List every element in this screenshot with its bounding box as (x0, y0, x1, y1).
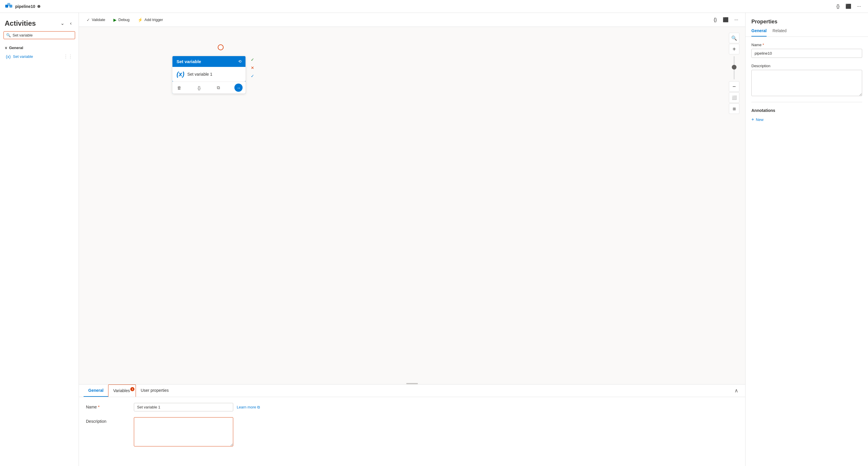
tab-variables[interactable]: Variables 1 (108, 384, 136, 397)
success-icon[interactable]: ✓ (249, 56, 256, 63)
sidebar-header: Activities ⌄ ‹ (0, 13, 79, 31)
properties-tabs: General Related (746, 25, 868, 37)
canvas-resize-handle[interactable] (406, 383, 418, 384)
props-tab-related[interactable]: Related (772, 28, 786, 36)
sidebar: Activities ⌄ ‹ 🔍 ∨ General (x) Set varia… (0, 13, 79, 466)
fit-canvas-btn[interactable]: ⬜ (729, 92, 739, 103)
chevron-down-icon: ∨ (5, 46, 7, 50)
code-view-btn[interactable]: {} (711, 15, 719, 24)
pipeline-name: pipeline10 (15, 4, 35, 9)
zoom-slider-thumb[interactable] (732, 65, 737, 69)
props-field-description: Description (751, 64, 862, 96)
tab-general[interactable]: General (84, 384, 108, 397)
sidebar-section-general: ∨ General (x) Set variable ⋮⋮ (0, 43, 79, 63)
main-layout: Activities ⌄ ‹ 🔍 ∨ General (x) Set varia… (0, 13, 868, 466)
fail-icon[interactable]: ✕ (249, 64, 256, 71)
description-textarea[interactable] (134, 417, 233, 446)
checkmark-icon: ✓ (87, 18, 90, 22)
canvas-and-bottom: Set variable ⟲ (x) Set variable 1 🗑 {} ⧉ (79, 27, 745, 466)
external-link-icon: ⧉ (257, 405, 260, 410)
logo-icon (5, 2, 13, 10)
learn-more-link[interactable]: Learn more ⧉ (237, 405, 260, 410)
collapse-sidebar-btn[interactable]: ⌄ (58, 19, 67, 28)
props-name-input[interactable] (751, 49, 862, 58)
node-card[interactable]: Set variable ⟲ (x) Set variable 1 🗑 {} ⧉ (173, 56, 246, 93)
zoom-in-btn[interactable]: + (729, 44, 739, 54)
play-icon: ▶ (114, 18, 117, 22)
canvas-controls: 🔍 + − ⬜ ⊞ (729, 33, 739, 114)
delete-node-btn[interactable]: 🗑 (175, 84, 183, 91)
search-canvas-btn[interactable]: 🔍 (729, 33, 739, 43)
validate-label: Validate (92, 18, 105, 22)
props-name-label: Name * (751, 43, 862, 47)
complete-icon[interactable]: ✓ (249, 72, 256, 80)
list-item-set-variable[interactable]: (x) Set variable ⋮⋮ (3, 52, 75, 61)
properties-title: Properties (746, 13, 868, 25)
props-field-name: Name * (751, 43, 862, 58)
node-start-circle (218, 44, 224, 50)
logo: pipeline10 (5, 2, 40, 10)
collapse-bottom-panel-btn[interactable]: ∧ (732, 386, 741, 395)
drag-handle-icon: ⋮⋮ (63, 54, 73, 59)
props-description-textarea[interactable] (751, 70, 862, 96)
node-actions: 🗑 {} ⧉ → (173, 82, 246, 93)
more-options-button[interactable]: ··· (855, 2, 863, 11)
monitor-view-btn[interactable]: ⬛ (720, 15, 731, 24)
props-annotations-section: Annotations + New (751, 108, 862, 123)
unsaved-dot (37, 5, 40, 8)
form-input-wrap-name: Learn more ⧉ (134, 403, 738, 411)
arrange-btn[interactable]: ⊞ (729, 103, 739, 114)
sidebar-title: Activities (5, 19, 36, 28)
tab-user-properties[interactable]: User properties (136, 384, 173, 397)
plus-icon: + (751, 117, 754, 122)
form-row-name: Name * Learn more ⧉ (86, 403, 738, 411)
more-toolbar-btn[interactable]: ··· (732, 15, 741, 24)
props-tab-general[interactable]: General (751, 28, 767, 36)
set-variable-label: Set variable (13, 54, 33, 59)
trigger-icon: ⚡ (138, 18, 143, 22)
next-node-btn[interactable]: → (235, 84, 243, 92)
form-row-description: Description (86, 417, 738, 446)
monitor-button[interactable]: ⬛ (843, 2, 854, 11)
props-annotations-label: Annotations (751, 108, 862, 113)
node-side-icons: ✓ ✕ ✓ (249, 56, 256, 80)
svg-rect-2 (7, 3, 10, 6)
zoom-out-btn[interactable]: − (729, 81, 739, 92)
node-title: Set variable (177, 59, 201, 64)
props-description-label: Description (751, 64, 862, 68)
sidebar-section-general-header[interactable]: ∨ General (3, 44, 75, 52)
set-variable-icon: (x) (6, 54, 10, 59)
debug-button[interactable]: ▶ Debug (111, 16, 132, 24)
trigger-label: Add trigger (144, 18, 163, 22)
form-label-name: Name * (86, 403, 127, 409)
name-input[interactable] (134, 403, 233, 411)
node-body-icon: (x) (177, 70, 184, 78)
properties-content: Name * Description Annotations + New (746, 37, 868, 129)
add-trigger-button[interactable]: ⚡ Add trigger (135, 16, 166, 24)
zoom-slider-track (734, 56, 735, 80)
node-card-header: Set variable ⟲ (173, 56, 246, 67)
node-header-icon: ⟲ (238, 59, 241, 64)
sidebar-section-label: General (9, 45, 23, 50)
variables-badge: 1 (130, 387, 134, 391)
top-bar: pipeline10 {} ⬛ ··· (0, 0, 868, 13)
node-activity-name: Set variable 1 (187, 72, 213, 76)
bottom-panel: General Variables 1 User properties ∧ Na… (79, 384, 745, 466)
form-label-description: Description (86, 417, 127, 424)
search-icon: 🔍 (6, 33, 11, 37)
content-area: ✓ Validate ▶ Debug ⚡ Add trigger {} ⬛ ··… (79, 13, 745, 466)
toolbar-right: {} ⬛ ··· (711, 15, 741, 24)
close-sidebar-btn[interactable]: ‹ (68, 19, 74, 28)
new-annotation-button[interactable]: + New (751, 116, 763, 123)
toolbar: ✓ Validate ▶ Debug ⚡ Add trigger {} ⬛ ··… (79, 13, 745, 27)
node-card-body: (x) Set variable 1 (173, 67, 246, 82)
code-node-btn[interactable]: {} (196, 84, 202, 91)
canvas-area[interactable]: Set variable ⟲ (x) Set variable 1 🗑 {} ⧉ (79, 27, 745, 384)
top-bar-actions: {} ⬛ ··· (834, 2, 863, 11)
properties-panel: Properties General Related Name * Descri… (745, 13, 868, 466)
code-view-button[interactable]: {} (834, 2, 842, 11)
search-input[interactable] (12, 33, 72, 37)
validate-button[interactable]: ✓ Validate (84, 16, 108, 24)
form-input-wrap-desc (134, 417, 738, 446)
copy-node-btn[interactable]: ⧉ (215, 84, 222, 91)
